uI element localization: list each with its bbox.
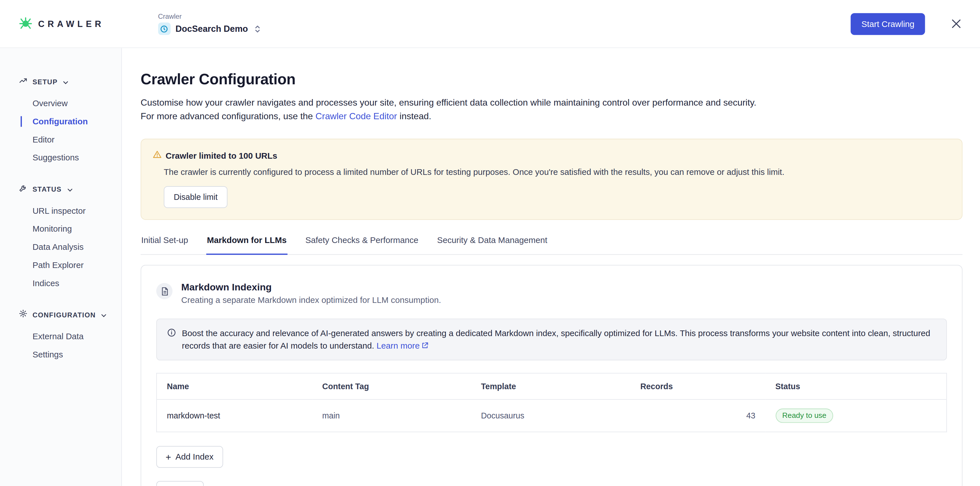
app: CRAWLER Crawler DocSearch Demo Start Cra… xyxy=(0,0,980,486)
column-header-status: Status xyxy=(765,373,947,399)
cell-name: markdown-test xyxy=(156,399,312,432)
description-line2-post: instead. xyxy=(397,111,431,121)
chevron-down-icon xyxy=(62,79,69,85)
tab-initial-set-up[interactable]: Initial Set-up xyxy=(141,236,189,254)
document-icon xyxy=(156,283,172,299)
sidebar-section-status-header[interactable]: STATUS xyxy=(0,183,121,195)
column-header-name: Name xyxy=(156,373,312,399)
crawler-name: DocSearch Demo xyxy=(175,24,248,34)
cell-status: Ready to use xyxy=(765,399,947,432)
sidebar: SETUP Overview Configuration Editor Sugg… xyxy=(0,48,122,486)
table-row[interactable]: markdown-test main Docusaurus 43 Ready t… xyxy=(156,399,947,432)
description-line2-pre: For more advanced configurations, use th… xyxy=(141,111,315,121)
index-table: Name Content Tag Template Records Status… xyxy=(156,373,947,432)
sidebar-section-setup-header[interactable]: SETUP xyxy=(0,76,121,88)
table-header-row: Name Content Tag Template Records Status xyxy=(156,373,947,399)
sidebar-item-indices[interactable]: Indices xyxy=(0,274,121,292)
status-badge: Ready to use xyxy=(775,408,833,423)
crawler-logo[interactable]: CRAWLER xyxy=(19,16,104,32)
sidebar-item-data-analysis[interactable]: Data Analysis xyxy=(0,238,121,256)
sidebar-item-monitoring[interactable]: Monitoring xyxy=(0,220,121,238)
tab-safety-checks-performance[interactable]: Safety Checks & Performance xyxy=(305,236,419,254)
page-description: Customise how your crawler navigates and… xyxy=(141,96,963,123)
limit-warning-banner: Crawler limited to 100 URLs The crawler … xyxy=(141,138,963,220)
tab-bar: Initial Set-up Markdown for LLMs Safety … xyxy=(141,236,963,255)
info-text-block: Boost the accuracy and relevance of AI-g… xyxy=(182,327,936,352)
sidebar-section-status: STATUS URL inspector Monitoring Data Ana… xyxy=(0,183,121,292)
cell-records: 43 xyxy=(630,399,765,432)
sidebar-item-path-explorer[interactable]: Path Explorer xyxy=(0,256,121,274)
plus-icon: + xyxy=(165,453,171,461)
crawler-logo-text: CRAWLER xyxy=(38,19,104,29)
page-title: Crawler Configuration xyxy=(141,71,963,88)
cell-template: Docusaurus xyxy=(471,399,630,432)
crawler-logo-icon xyxy=(19,16,32,32)
column-header-template: Template xyxy=(471,373,630,399)
chevron-down-icon xyxy=(67,186,73,193)
sidebar-item-overview[interactable]: Overview xyxy=(0,94,121,113)
info-text: Boost the accuracy and relevance of AI-g… xyxy=(182,329,930,350)
external-link-icon xyxy=(422,341,429,349)
status-icon xyxy=(19,184,27,195)
sidebar-item-settings[interactable]: Settings xyxy=(0,345,121,364)
sidebar-section-configuration: CONFIGURATION External Data Settings xyxy=(0,308,121,364)
crawler-code-editor-link[interactable]: Crawler Code Editor xyxy=(315,111,397,121)
learn-more-label: Learn more xyxy=(377,341,420,350)
main-content: Crawler Configuration Customise how your… xyxy=(122,48,980,486)
setup-icon xyxy=(19,76,27,87)
sidebar-section-configuration-header[interactable]: CONFIGURATION xyxy=(0,308,121,321)
sidebar-section-label: SETUP xyxy=(32,78,57,86)
description-line1: Customise how your crawler navigates and… xyxy=(141,97,756,107)
topbar: CRAWLER Crawler DocSearch Demo Start Cra… xyxy=(0,0,980,48)
column-header-records: Records xyxy=(630,373,765,399)
info-icon xyxy=(167,328,176,352)
warning-icon xyxy=(153,150,162,162)
cancel-button[interactable]: Cancel xyxy=(156,481,204,486)
configuration-icon xyxy=(19,309,27,321)
sidebar-item-suggestions[interactable]: Suggestions xyxy=(0,149,121,167)
docsearch-app-icon xyxy=(158,22,170,35)
add-index-button[interactable]: +Add Index xyxy=(156,446,223,468)
card-subtitle: Creating a separate Markdown index optim… xyxy=(181,295,441,305)
card-title: Markdown Indexing xyxy=(181,282,441,293)
crawler-selector[interactable]: Crawler DocSearch Demo xyxy=(158,13,261,35)
disable-limit-button[interactable]: Disable limit xyxy=(164,186,228,208)
sidebar-item-url-inspector[interactable]: URL inspector xyxy=(0,202,121,220)
sidebar-item-editor[interactable]: Editor xyxy=(0,130,121,149)
sidebar-section-setup: SETUP Overview Configuration Editor Sugg… xyxy=(0,76,121,167)
warning-title: Crawler limited to 100 URLs xyxy=(165,151,277,160)
tab-markdown-for-llms[interactable]: Markdown for LLMs xyxy=(206,236,287,254)
learn-more-link[interactable]: Learn more xyxy=(377,341,429,350)
cell-content-tag: main xyxy=(312,399,471,432)
sidebar-item-configuration[interactable]: Configuration xyxy=(0,113,121,130)
tab-security-data-management[interactable]: Security & Data Management xyxy=(437,236,548,254)
card-header: Markdown Indexing Creating a separate Ma… xyxy=(156,282,947,305)
selector-stepper-icon[interactable] xyxy=(254,24,261,33)
sidebar-section-label: STATUS xyxy=(32,185,61,193)
sidebar-section-label: CONFIGURATION xyxy=(32,311,96,319)
sidebar-item-external-data[interactable]: External Data xyxy=(0,327,121,345)
crawler-selector-label: Crawler xyxy=(158,13,261,20)
start-crawling-button[interactable]: Start Crawling xyxy=(851,13,925,35)
markdown-indexing-card: Markdown Indexing Creating a separate Ma… xyxy=(141,265,963,486)
warning-body: The crawler is currently configured to p… xyxy=(164,166,950,178)
info-banner: Boost the accuracy and relevance of AI-g… xyxy=(156,319,947,360)
add-index-label: Add Index xyxy=(175,452,213,462)
column-header-content-tag: Content Tag xyxy=(312,373,471,399)
close-icon[interactable] xyxy=(951,19,961,29)
chevron-down-icon xyxy=(101,312,107,318)
